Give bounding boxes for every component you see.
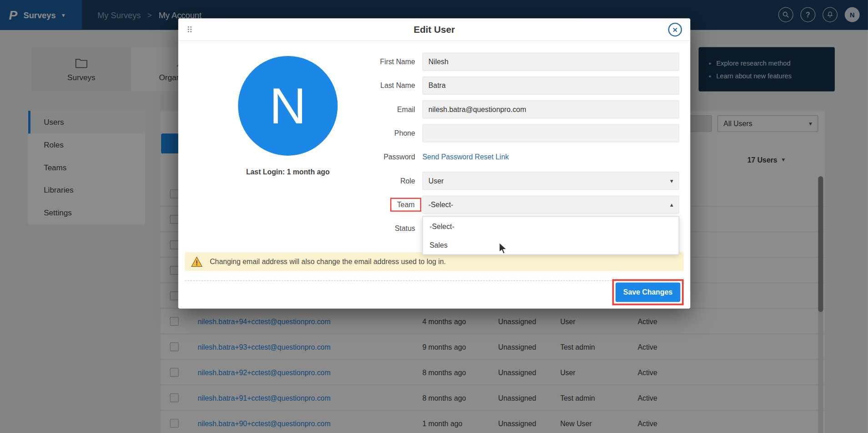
mouse-cursor	[497, 242, 510, 255]
warning-icon	[191, 256, 203, 267]
save-changes-button[interactable]: Save Changes	[616, 283, 680, 302]
chevron-down-icon: ▾	[670, 178, 673, 184]
team-option-sales[interactable]: Sales	[423, 235, 679, 254]
modal-header: ⠿ Edit User ✕	[178, 18, 691, 41]
screenshot-root: P Surveys ▾ My Surveys > My Account ? N …	[0, 0, 868, 433]
footer-divider	[185, 280, 683, 281]
app-window: P Surveys ▾ My Surveys > My Account ? N …	[0, 0, 868, 433]
email-row: Email	[178, 100, 679, 118]
last-name-row: Last Name	[178, 76, 679, 95]
team-row: Team -Select- ▴	[178, 196, 679, 214]
close-button[interactable]: ✕	[668, 23, 682, 36]
close-icon: ✕	[672, 26, 678, 34]
first-name-label: First Name	[178, 53, 423, 71]
team-select-value: -Select-	[429, 200, 454, 209]
email-label: Email	[178, 100, 423, 118]
save-button-highlight: Save Changes	[612, 279, 684, 305]
first-name-row: First Name	[178, 53, 679, 71]
role-select[interactable]: User ▾	[422, 172, 679, 190]
status-label: Status	[178, 219, 423, 238]
role-row: Role User ▾	[178, 172, 679, 190]
role-select-value: User	[429, 177, 444, 185]
last-name-input[interactable]	[422, 76, 679, 95]
send-password-reset-link[interactable]: Send Password Reset Link	[422, 153, 509, 161]
modal-title: Edit User	[178, 18, 691, 41]
password-label: Password	[178, 148, 423, 166]
email-input[interactable]	[422, 100, 679, 118]
first-name-input[interactable]	[422, 53, 679, 71]
warning-text: Changing email address will also change …	[210, 257, 446, 265]
team-select[interactable]: -Select- ▴	[422, 196, 679, 214]
team-label-wrap: Team	[178, 196, 423, 214]
last-name-label: Last Name	[178, 76, 423, 95]
team-label: Team	[397, 200, 415, 209]
edit-user-modal: ⠿ Edit User ✕ N Last Login: 1 month ago …	[178, 18, 691, 309]
team-dropdown-panel: -Select- Sales	[422, 216, 679, 255]
phone-input[interactable]	[422, 124, 679, 143]
password-row: Password Send Password Reset Link	[178, 148, 679, 166]
role-label: Role	[178, 172, 423, 190]
team-option-select[interactable]: -Select-	[423, 217, 679, 235]
phone-label: Phone	[178, 124, 423, 143]
chevron-up-icon: ▴	[670, 202, 673, 208]
team-label-highlight: Team	[390, 198, 421, 211]
phone-row: Phone	[178, 124, 679, 143]
email-change-warning: Changing email address will also change …	[185, 252, 683, 271]
drag-handle-icon[interactable]: ⠿	[187, 18, 192, 41]
